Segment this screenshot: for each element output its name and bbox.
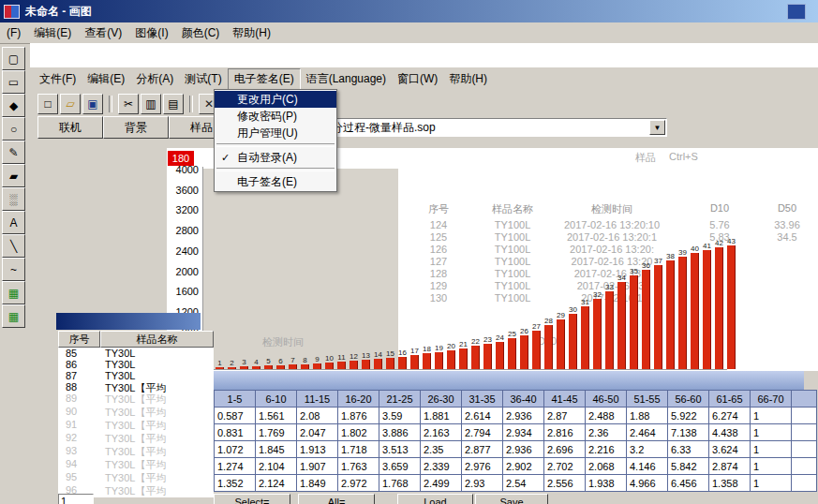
grid-column-header: 61-65 xyxy=(709,391,751,408)
bar-label: 26 xyxy=(520,327,528,335)
copy-button[interactable]: ▥ xyxy=(141,94,161,114)
grid-column-header: 11-15 xyxy=(297,391,338,408)
paint-menu-view[interactable]: 查看(V) xyxy=(78,25,128,41)
sop-combobox[interactable]: 分过程-微量样品.sop ▼ xyxy=(326,118,667,137)
bar-rect xyxy=(289,364,297,369)
app-menubar: 文件(F) 编辑(E) 分析(A) 测试(T) 电子签名(E) 语言(Langu… xyxy=(34,69,802,89)
sample-index: 92 xyxy=(66,432,77,443)
sample-col-header-name[interactable]: 样品名称 xyxy=(100,331,214,348)
grid-cell: 6.456 xyxy=(668,475,709,492)
paint-menu-edit[interactable]: 编辑(E) xyxy=(27,25,78,41)
bar-item: 41 xyxy=(701,242,713,369)
sample-window-titlebar[interactable] xyxy=(56,313,201,330)
app-menu-analyze[interactable]: 分析(A) xyxy=(130,69,179,89)
online-button[interactable]: 联机 xyxy=(37,116,103,139)
grid-cell: 1.913 xyxy=(297,441,338,458)
background-button[interactable]: 背景 xyxy=(103,116,169,139)
paint-menu-image[interactable]: 图像(I) xyxy=(128,25,174,41)
app-menu-file[interactable]: 文件(F) xyxy=(34,69,82,89)
titlebar-button-fragment[interactable] xyxy=(787,4,806,20)
grid-cell: 3.624 xyxy=(709,441,751,458)
paint-menu-help[interactable]: 帮助(H) xyxy=(226,25,277,41)
x-axis-line xyxy=(202,369,727,370)
cut-button[interactable]: ✂ xyxy=(118,94,139,114)
sample-name: TY30L xyxy=(105,370,135,381)
y-axis-tick: 3600 xyxy=(167,185,199,196)
sample-row[interactable]: 85TY30L xyxy=(58,348,214,359)
grid-row: 1.3522.1241.8492.9721.7682.4992.932.542.… xyxy=(215,475,817,492)
bar-label: 15 xyxy=(386,349,394,358)
curve-tool-button[interactable]: ~ xyxy=(2,258,25,281)
sample-index: 90 xyxy=(66,406,77,417)
bar-rect xyxy=(508,338,516,369)
menu-item-e-signature[interactable]: 电子签名(E) xyxy=(215,173,336,190)
sample-row[interactable]: 88TY30L【平均 xyxy=(58,381,214,393)
pencil-tool-button[interactable]: ✎ xyxy=(2,141,25,164)
grid-cell: 1.881 xyxy=(421,408,462,424)
paint-menu-colors[interactable]: 颜色(C) xyxy=(175,25,227,41)
bar-rect xyxy=(313,363,321,369)
airbrush-tool-button[interactable]: ░ xyxy=(2,187,25,211)
green-grid-icon: ▦ xyxy=(8,287,19,300)
count-input[interactable] xyxy=(58,494,94,504)
eraser-tool-button[interactable]: ▭ xyxy=(2,70,25,94)
sample-row[interactable]: 86TY30L xyxy=(58,359,214,370)
bar-item: 38 xyxy=(664,252,677,369)
text-tool-button[interactable]: A xyxy=(2,211,25,234)
grid-cell: 1.072 xyxy=(215,441,256,458)
grid-cell: 3.59 xyxy=(379,408,421,424)
app-menu-edit[interactable]: 编辑(E) xyxy=(82,69,130,89)
app-menu-esignature[interactable]: 电子签名(E) xyxy=(228,68,301,90)
sample-name: TY30L【平均 xyxy=(105,393,166,407)
menu-separator xyxy=(216,143,335,147)
paste-button[interactable]: ▤ xyxy=(163,94,184,114)
bar-rect xyxy=(386,358,394,369)
bar-item: 21 xyxy=(457,340,469,369)
copy-icon: ▥ xyxy=(145,97,156,111)
open-file-button[interactable]: ▱ xyxy=(60,94,81,114)
bar-item: 35 xyxy=(628,267,640,369)
save-file-button[interactable]: ▣ xyxy=(82,94,103,114)
menu-item-user-management[interactable]: 用户管理(U) xyxy=(215,125,336,141)
grid-column-header-empty xyxy=(792,391,817,408)
paint-window-title: 未命名 - 画图 xyxy=(25,4,92,20)
load-button[interactable]: Load xyxy=(397,494,473,504)
bar-item: 29 xyxy=(555,311,567,369)
grid-cell: 5.922 xyxy=(668,408,709,424)
bar-rect xyxy=(325,363,334,369)
menu-item-change-password[interactable]: 修改密码(P) xyxy=(215,108,336,125)
bar-label: 34 xyxy=(617,274,626,282)
bar-label: 31 xyxy=(581,298,589,306)
cut-icon: ✂ xyxy=(124,97,133,111)
app-menu-test[interactable]: 测试(T) xyxy=(179,69,227,89)
app-menu-language[interactable]: 语言(Language) xyxy=(301,69,392,89)
select-button[interactable]: Select= xyxy=(214,494,290,504)
new-file-button[interactable]: □ xyxy=(37,94,58,114)
green-table-tool-button[interactable]: ▦ xyxy=(2,304,25,328)
sample-row-disabled: 90TY30L【平均 xyxy=(58,406,214,419)
line-tool-button[interactable]: ╲ xyxy=(2,234,25,258)
paint-menu-file-fragment[interactable]: (F) xyxy=(0,26,27,39)
app-menu-help[interactable]: 帮助(H) xyxy=(443,69,493,89)
fill-tool-button[interactable]: ◆ xyxy=(2,94,25,117)
grid-cell: 4.438 xyxy=(709,424,751,441)
brush-tool-button[interactable]: ▰ xyxy=(2,164,25,187)
save-button[interactable]: Save xyxy=(475,494,548,504)
bar-label: 7 xyxy=(290,356,294,364)
paint-titlebar[interactable]: 未命名 - 画图 xyxy=(0,0,818,22)
menu-item-change-user[interactable]: 更改用户(C) xyxy=(215,91,336,108)
bar-rect xyxy=(423,353,431,369)
app-menu-window[interactable]: 窗口(W) xyxy=(392,69,443,89)
sample-row[interactable]: 87TY30L xyxy=(58,370,214,381)
magnifier-tool-button[interactable]: ○ xyxy=(2,117,25,141)
chevron-down-icon[interactable]: ▼ xyxy=(649,120,665,135)
bar-label: 6 xyxy=(278,357,282,365)
menu-item-auto-login[interactable]: ✓自动登录(A) xyxy=(215,149,336,166)
rect-select-tool-button[interactable]: ▢ xyxy=(2,47,25,70)
sample-col-header-index[interactable]: 序号 xyxy=(58,331,100,348)
sample-row-disabled: 94TY30L【平均 xyxy=(58,458,214,471)
green-grid-tool-button[interactable]: ▦ xyxy=(2,281,25,304)
grid-cell: 3.2 xyxy=(627,441,668,458)
grid-column-header: 26-30 xyxy=(421,391,462,408)
all-button[interactable]: All= xyxy=(298,494,375,504)
